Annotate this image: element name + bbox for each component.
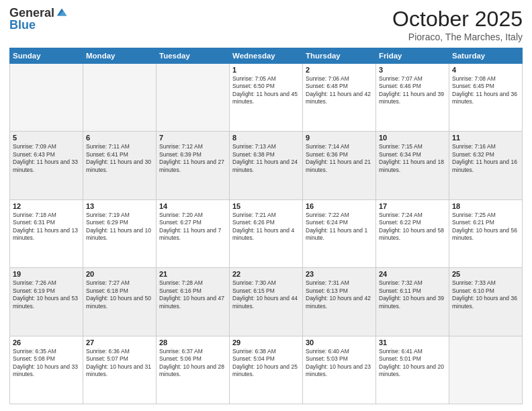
day-info: Sunrise: 7:15 AMSunset: 6:34 PMDaylight:… <box>379 143 446 174</box>
day-number: 17 <box>379 202 446 210</box>
day-info: Sunrise: 6:38 AMSunset: 5:04 PMDaylight:… <box>232 348 300 379</box>
calendar-subtitle: Pioraco, The Marches, Italy <box>392 32 523 42</box>
table-row: 25Sunrise: 7:33 AMSunset: 6:10 PMDayligh… <box>449 268 523 336</box>
day-info: Sunrise: 7:12 AMSunset: 6:39 PMDaylight:… <box>159 143 226 174</box>
table-row: 9Sunrise: 7:14 AMSunset: 6:36 PMDaylight… <box>303 132 376 199</box>
day-info: Sunrise: 6:35 AMSunset: 5:08 PMDaylight:… <box>13 348 80 379</box>
day-info: Sunrise: 7:19 AMSunset: 6:29 PMDaylight:… <box>86 212 153 242</box>
calendar-table: Sunday Monday Tuesday Wednesday Thursday… <box>9 48 523 404</box>
table-row: 5Sunrise: 7:09 AMSunset: 6:43 PMDaylight… <box>10 132 83 199</box>
day-info: Sunrise: 7:21 AMSunset: 6:26 PMDaylight:… <box>232 212 300 242</box>
day-info: Sunrise: 7:06 AMSunset: 6:48 PMDaylight:… <box>306 75 373 106</box>
day-number: 28 <box>159 338 226 347</box>
day-number: 19 <box>13 270 80 278</box>
calendar-week-row: 26Sunrise: 6:35 AMSunset: 5:08 PMDayligh… <box>10 336 523 404</box>
day-info: Sunrise: 7:24 AMSunset: 6:22 PMDaylight:… <box>379 212 446 242</box>
day-number: 14 <box>159 202 226 210</box>
day-number: 23 <box>306 270 373 278</box>
table-row: 24Sunrise: 7:32 AMSunset: 6:11 PMDayligh… <box>376 268 449 336</box>
day-number: 29 <box>232 338 300 347</box>
table-row: 28Sunrise: 6:37 AMSunset: 5:06 PMDayligh… <box>157 336 230 404</box>
day-number: 6 <box>86 134 153 142</box>
day-info: Sunrise: 7:20 AMSunset: 6:27 PMDaylight:… <box>159 212 226 242</box>
calendar-week-row: 19Sunrise: 7:26 AMSunset: 6:19 PMDayligh… <box>10 268 523 336</box>
table-row: 18Sunrise: 7:25 AMSunset: 6:21 PMDayligh… <box>449 199 523 267</box>
day-number: 26 <box>13 338 80 347</box>
logo: General Blue <box>9 7 68 31</box>
day-info: Sunrise: 7:16 AMSunset: 6:32 PMDaylight:… <box>452 143 519 174</box>
table-row <box>157 64 230 132</box>
calendar-week-row: 5Sunrise: 7:09 AMSunset: 6:43 PMDaylight… <box>10 132 523 199</box>
table-row: 6Sunrise: 7:11 AMSunset: 6:41 PMDaylight… <box>83 132 157 199</box>
title-section: October 2025 Pioraco, The Marches, Italy <box>392 7 523 42</box>
table-row: 10Sunrise: 7:15 AMSunset: 6:34 PMDayligh… <box>376 132 449 199</box>
table-row: 26Sunrise: 6:35 AMSunset: 5:08 PMDayligh… <box>10 336 83 404</box>
table-row: 14Sunrise: 7:20 AMSunset: 6:27 PMDayligh… <box>157 199 230 267</box>
day-number: 3 <box>379 66 446 74</box>
day-info: Sunrise: 6:41 AMSunset: 5:01 PMDaylight:… <box>379 348 446 379</box>
table-row: 3Sunrise: 7:07 AMSunset: 6:46 PMDaylight… <box>376 64 449 132</box>
table-row: 15Sunrise: 7:21 AMSunset: 6:26 PMDayligh… <box>230 199 303 267</box>
day-number: 18 <box>452 202 519 210</box>
day-info: Sunrise: 6:36 AMSunset: 5:07 PMDaylight:… <box>86 348 153 379</box>
day-number: 10 <box>379 134 446 142</box>
day-info: Sunrise: 7:31 AMSunset: 6:13 PMDaylight:… <box>306 279 373 310</box>
day-info: Sunrise: 6:40 AMSunset: 5:03 PMDaylight:… <box>306 348 373 379</box>
day-info: Sunrise: 7:32 AMSunset: 6:11 PMDaylight:… <box>379 279 446 310</box>
table-row: 8Sunrise: 7:13 AMSunset: 6:38 PMDaylight… <box>230 132 303 199</box>
day-info: Sunrise: 6:37 AMSunset: 5:06 PMDaylight:… <box>159 348 226 379</box>
table-row <box>10 64 83 132</box>
day-number: 15 <box>232 202 300 210</box>
day-number: 30 <box>306 338 373 347</box>
day-number: 4 <box>452 66 519 74</box>
day-number: 8 <box>232 134 300 142</box>
table-row: 7Sunrise: 7:12 AMSunset: 6:39 PMDaylight… <box>157 132 230 199</box>
header-tuesday: Tuesday <box>157 48 230 64</box>
day-number: 22 <box>232 270 300 278</box>
calendar-week-row: 12Sunrise: 7:18 AMSunset: 6:31 PMDayligh… <box>10 199 523 267</box>
day-info: Sunrise: 7:11 AMSunset: 6:41 PMDaylight:… <box>86 143 153 174</box>
day-info: Sunrise: 7:13 AMSunset: 6:38 PMDaylight:… <box>232 143 300 174</box>
day-info: Sunrise: 7:05 AMSunset: 6:50 PMDaylight:… <box>232 75 300 106</box>
header: General Blue October 2025 Pioraco, The M… <box>9 7 523 42</box>
day-info: Sunrise: 7:14 AMSunset: 6:36 PMDaylight:… <box>306 143 373 174</box>
table-row: 22Sunrise: 7:30 AMSunset: 6:15 PMDayligh… <box>230 268 303 336</box>
calendar-title: October 2025 <box>392 7 523 32</box>
table-row: 31Sunrise: 6:41 AMSunset: 5:01 PMDayligh… <box>376 336 449 404</box>
table-row: 16Sunrise: 7:22 AMSunset: 6:24 PMDayligh… <box>303 199 376 267</box>
logo-icon <box>56 6 68 18</box>
table-row: 17Sunrise: 7:24 AMSunset: 6:22 PMDayligh… <box>376 199 449 267</box>
table-row: 1Sunrise: 7:05 AMSunset: 6:50 PMDaylight… <box>230 64 303 132</box>
day-number: 20 <box>86 270 153 278</box>
day-info: Sunrise: 7:30 AMSunset: 6:15 PMDaylight:… <box>232 279 300 310</box>
header-friday: Friday <box>376 48 449 64</box>
day-number: 24 <box>379 270 446 278</box>
day-info: Sunrise: 7:25 AMSunset: 6:21 PMDaylight:… <box>452 212 519 242</box>
table-row: 20Sunrise: 7:27 AMSunset: 6:18 PMDayligh… <box>83 268 157 336</box>
day-info: Sunrise: 7:33 AMSunset: 6:10 PMDaylight:… <box>452 279 519 310</box>
table-row: 30Sunrise: 6:40 AMSunset: 5:03 PMDayligh… <box>303 336 376 404</box>
header-monday: Monday <box>83 48 157 64</box>
day-info: Sunrise: 7:07 AMSunset: 6:46 PMDaylight:… <box>379 75 446 106</box>
table-row: 27Sunrise: 6:36 AMSunset: 5:07 PMDayligh… <box>83 336 157 404</box>
day-number: 27 <box>86 338 153 347</box>
day-info: Sunrise: 7:08 AMSunset: 6:45 PMDaylight:… <box>452 75 519 106</box>
table-row: 21Sunrise: 7:28 AMSunset: 6:16 PMDayligh… <box>157 268 230 336</box>
day-number: 2 <box>306 66 373 74</box>
logo-general: General <box>9 7 54 19</box>
day-number: 31 <box>379 338 446 347</box>
day-info: Sunrise: 7:27 AMSunset: 6:18 PMDaylight:… <box>86 279 153 310</box>
page: General Blue October 2025 Pioraco, The M… <box>0 0 532 411</box>
day-info: Sunrise: 7:22 AMSunset: 6:24 PMDaylight:… <box>306 212 373 242</box>
day-number: 5 <box>13 134 80 142</box>
table-row: 11Sunrise: 7:16 AMSunset: 6:32 PMDayligh… <box>449 132 523 199</box>
table-row: 19Sunrise: 7:26 AMSunset: 6:19 PMDayligh… <box>10 268 83 336</box>
day-number: 7 <box>159 134 226 142</box>
day-number: 16 <box>306 202 373 210</box>
table-row: 13Sunrise: 7:19 AMSunset: 6:29 PMDayligh… <box>83 199 157 267</box>
day-number: 1 <box>232 66 300 74</box>
table-row: 4Sunrise: 7:08 AMSunset: 6:45 PMDaylight… <box>449 64 523 132</box>
calendar-header-row: Sunday Monday Tuesday Wednesday Thursday… <box>10 48 523 64</box>
day-number: 21 <box>159 270 226 278</box>
day-info: Sunrise: 7:26 AMSunset: 6:19 PMDaylight:… <box>13 279 80 310</box>
